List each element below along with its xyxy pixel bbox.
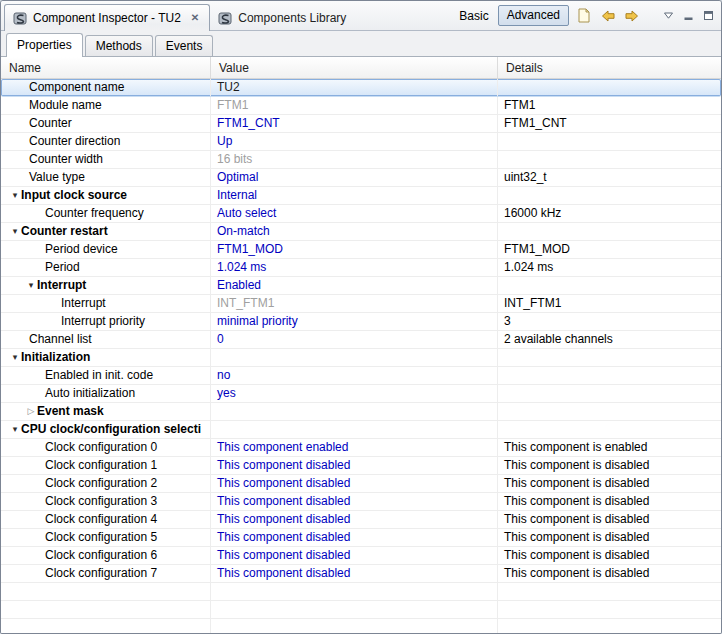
view-menu-icon[interactable] [661,7,675,25]
row-value[interactable] [211,349,498,366]
table-row[interactable]: Clock configuration 1This component disa… [1,457,721,475]
row-name-cell: Component name [1,79,211,96]
table-row[interactable]: ▾Counter restartOn-match [1,223,721,241]
row-value[interactable]: Auto select [211,205,498,222]
table-row[interactable]: Counter directionUp [1,133,721,151]
close-icon[interactable]: ✕ [189,12,201,24]
row-name: Counter frequency [45,205,144,222]
row-value[interactable]: Optimal [211,169,498,186]
tree-collapse-icon[interactable]: ▾ [9,421,21,438]
table-row[interactable]: Period deviceFTM1_MODFTM1_MOD [1,241,721,259]
row-name-cell: ▾Interrupt [1,277,211,294]
row-value[interactable]: FTM1_CNT [211,115,498,132]
row-value[interactable]: On-match [211,223,498,240]
tab-properties[interactable]: Properties [6,33,83,57]
row-details: FTM1 [498,97,721,114]
tab-methods[interactable]: Methods [85,35,153,56]
row-value[interactable]: This component disabled [211,475,498,492]
table-row[interactable]: Clock configuration 7This component disa… [1,565,721,583]
row-name-cell: Interrupt priority [1,313,211,330]
row-value[interactable]: This component disabled [211,565,498,582]
row-value[interactable]: 1.024 ms [211,259,498,276]
row-name: Clock configuration 0 [45,439,157,456]
row-value[interactable]: 16 bits [211,151,498,168]
maximize-button[interactable] [701,7,715,25]
row-details [498,367,721,384]
mode-advanced-button[interactable]: Advanced [498,5,569,26]
row-value[interactable]: This component disabled [211,493,498,510]
row-value[interactable] [211,403,498,420]
table-row[interactable]: ▾CPU clock/configuration selecti [1,421,721,439]
row-value[interactable]: This component disabled [211,547,498,564]
row-value[interactable]: Up [211,133,498,150]
table-row[interactable]: Channel list02 available channels [1,331,721,349]
tab-component-inspector[interactable]: Component Inspector - TU2 ✕ [4,4,210,31]
table-row[interactable]: Clock configuration 5This component disa… [1,529,721,547]
table-row[interactable]: ▾InterruptEnabled [1,277,721,295]
table-row[interactable]: Clock configuration 4This component disa… [1,511,721,529]
row-value[interactable]: INT_FTM1 [211,295,498,312]
table-row[interactable]: Clock configuration 3This component disa… [1,493,721,511]
table-row[interactable]: Period1.024 ms1.024 ms [1,259,721,277]
row-details: This component is disabled [498,511,721,528]
row-name: Counter direction [29,133,120,150]
table-row[interactable]: Enabled in init. codeno [1,367,721,385]
table-row[interactable]: Interrupt priorityminimal priority3 [1,313,721,331]
mode-basic-button[interactable]: Basic [456,7,491,25]
tree-collapse-icon[interactable]: ▾ [9,349,21,366]
row-value[interactable] [211,421,498,438]
row-name-cell: Period [1,259,211,276]
row-value[interactable]: FTM1_MOD [211,241,498,258]
table-row[interactable]: Counter width16 bits [1,151,721,169]
table-row[interactable]: Module nameFTM1FTM1 [1,97,721,115]
row-value[interactable]: This component enabled [211,439,498,456]
tree-collapse-icon[interactable]: ▾ [9,187,21,204]
table-row[interactable]: Clock configuration 2This component disa… [1,475,721,493]
row-name-cell: Interrupt [1,295,211,312]
row-details: This component is disabled [498,475,721,492]
table-row[interactable]: CounterFTM1_CNTFTM1_CNT [1,115,721,133]
row-value[interactable]: This component disabled [211,529,498,546]
editor-tab-bar: Component Inspector - TU2 ✕ Components L… [1,1,721,31]
row-value[interactable]: no [211,367,498,384]
tree-expand-icon[interactable]: ▷ [25,403,37,420]
table-row[interactable]: ▷Event mask [1,403,721,421]
table-row[interactable]: InterruptINT_FTM1INT_FTM1 [1,295,721,313]
tab-components-library[interactable]: Components Library [210,6,354,30]
table-row[interactable]: ▾Initialization [1,349,721,367]
row-details: This component is disabled [498,529,721,546]
row-details: INT_FTM1 [498,295,721,312]
forward-arrow-icon[interactable] [623,7,641,25]
tab-events[interactable]: Events [155,35,214,56]
row-name-cell: Clock configuration 5 [1,529,211,546]
row-value[interactable]: Internal [211,187,498,204]
tree-collapse-icon[interactable]: ▾ [9,223,21,240]
row-value[interactable]: This component disabled [211,511,498,528]
row-value[interactable]: This component disabled [211,457,498,474]
row-details [498,421,721,438]
back-arrow-icon[interactable] [599,7,617,25]
table-row[interactable]: Counter frequencyAuto select16000 kHz [1,205,721,223]
table-row[interactable]: Auto initializationyes [1,385,721,403]
row-name: Channel list [29,331,92,348]
tree-collapse-icon[interactable]: ▾ [25,277,37,294]
row-name: Value type [29,169,85,186]
table-row[interactable]: Component nameTU2 [1,79,721,97]
row-value[interactable]: yes [211,385,498,402]
table-row[interactable]: ▾Input clock sourceInternal [1,187,721,205]
row-value[interactable]: 0 [211,331,498,348]
row-value[interactable]: TU2 [211,79,498,96]
table-row[interactable]: Value typeOptimaluint32_t [1,169,721,187]
page-icon[interactable] [575,7,593,25]
row-name: Component name [29,79,124,96]
table-row[interactable]: Clock configuration 6This component disa… [1,547,721,565]
row-name: Interrupt [37,277,86,294]
row-details [498,187,721,204]
row-value[interactable]: minimal priority [211,313,498,330]
table-row[interactable]: Clock configuration 0This component enab… [1,439,721,457]
minimize-button[interactable] [681,7,695,25]
row-value[interactable]: Enabled [211,277,498,294]
view-toolbar: Basic Advanced [456,1,715,30]
row-name: Period device [45,241,118,258]
row-value[interactable]: FTM1 [211,97,498,114]
